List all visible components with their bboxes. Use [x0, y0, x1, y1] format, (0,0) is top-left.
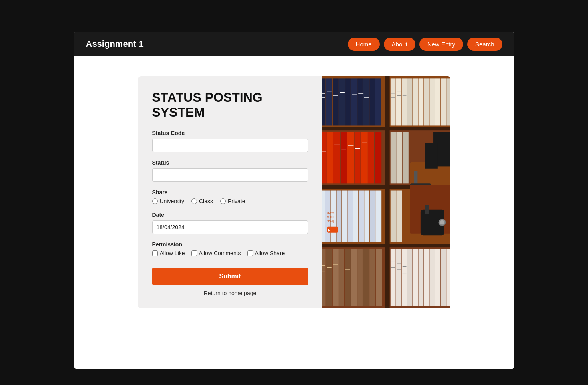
- svg-rect-17: [369, 78, 375, 125]
- svg-rect-64: [397, 132, 402, 184]
- app-window: Assignment 1 Home About New Entry Search…: [74, 32, 514, 369]
- share-private-radio[interactable]: [220, 198, 226, 204]
- about-button[interactable]: About: [384, 38, 415, 51]
- search-button[interactable]: Search: [467, 38, 502, 51]
- svg-rect-101: [351, 249, 357, 306]
- svg-rect-11: [332, 78, 338, 125]
- svg-rect-78: [353, 191, 358, 242]
- svg-rect-10: [326, 78, 332, 125]
- svg-rect-113: [401, 249, 407, 306]
- share-radio-group: University Class Private: [152, 198, 308, 204]
- svg-rect-99: [339, 249, 344, 306]
- svg-rect-65: [402, 132, 408, 184]
- svg-rect-116: [418, 249, 423, 306]
- date-label: Date: [152, 212, 308, 218]
- svg-text:▶: ▶: [328, 228, 331, 232]
- share-class-label: Class: [199, 198, 213, 204]
- date-group: Date: [152, 212, 308, 234]
- date-input[interactable]: [152, 220, 308, 234]
- allow-comments-checkbox[interactable]: [191, 250, 197, 256]
- share-class-radio[interactable]: [191, 198, 197, 204]
- new-entry-button[interactable]: New Entry: [419, 38, 463, 51]
- share-university-radio[interactable]: [152, 198, 158, 204]
- allow-share-checkbox[interactable]: [247, 250, 253, 256]
- share-university-option[interactable]: University: [152, 198, 184, 204]
- svg-rect-30: [407, 78, 412, 125]
- status-input[interactable]: [152, 168, 308, 182]
- svg-text:500円: 500円: [327, 216, 334, 218]
- svg-rect-32: [418, 78, 423, 125]
- svg-rect-80: [364, 191, 369, 242]
- svg-rect-35: [435, 78, 440, 125]
- allow-share-option[interactable]: Allow Share: [247, 250, 285, 256]
- svg-rect-112: [396, 249, 401, 306]
- svg-rect-33: [424, 78, 429, 125]
- share-private-option[interactable]: Private: [220, 198, 245, 204]
- svg-rect-114: [407, 249, 412, 306]
- svg-rect-51: [361, 132, 367, 184]
- svg-rect-13: [345, 78, 351, 125]
- svg-rect-96: [322, 249, 326, 306]
- home-button[interactable]: Home: [348, 38, 380, 51]
- svg-rect-104: [369, 249, 375, 306]
- svg-rect-90: [397, 191, 402, 242]
- svg-rect-12: [339, 78, 345, 125]
- svg-rect-120: [441, 249, 446, 306]
- permission-label: Permission: [152, 241, 308, 248]
- svg-text:800円: 800円: [327, 211, 334, 214]
- svg-rect-82: [375, 191, 381, 242]
- form-left: STATUS POSTING SYSTEM Status Code Status…: [138, 76, 322, 308]
- svg-rect-48: [341, 132, 347, 184]
- svg-rect-45: [322, 132, 327, 184]
- share-university-label: University: [160, 198, 184, 204]
- svg-rect-98: [332, 249, 338, 306]
- svg-rect-79: [359, 191, 364, 242]
- permission-group: Permission Allow Like Allow Comments: [152, 241, 308, 256]
- svg-rect-118: [429, 249, 435, 306]
- svg-rect-115: [413, 249, 418, 306]
- allow-like-checkbox[interactable]: [152, 250, 158, 256]
- svg-rect-102: [357, 249, 363, 306]
- svg-rect-100: [344, 249, 350, 306]
- svg-rect-34: [429, 78, 435, 125]
- svg-rect-53: [375, 132, 381, 184]
- status-code-label: Status Code: [152, 130, 308, 136]
- svg-rect-117: [424, 249, 429, 306]
- bookshelf-image: の見方 800円 500円 200円 ▶: [322, 76, 450, 308]
- svg-rect-76: [342, 191, 347, 242]
- navbar: Assignment 1 Home About New Entry Search: [74, 32, 514, 56]
- svg-rect-93: [425, 205, 429, 214]
- status-code-input[interactable]: [152, 139, 308, 152]
- svg-rect-8: [385, 76, 389, 308]
- svg-rect-37: [446, 78, 450, 125]
- allow-like-label: Allow Like: [160, 250, 185, 256]
- allow-share-label: Allow Share: [255, 250, 285, 256]
- navbar-links: Home About New Entry Search: [348, 38, 502, 51]
- status-label: Status: [152, 159, 308, 166]
- svg-rect-36: [441, 78, 446, 125]
- svg-point-95: [440, 220, 444, 225]
- svg-rect-28: [396, 78, 401, 125]
- svg-rect-77: [347, 191, 353, 242]
- allow-like-option[interactable]: Allow Like: [152, 250, 185, 256]
- brand-title: Assignment 1: [86, 39, 144, 49]
- svg-rect-103: [363, 249, 369, 306]
- page-content: STATUS POSTING SYSTEM Status Code Status…: [74, 56, 514, 369]
- svg-rect-16: [363, 78, 369, 125]
- submit-button[interactable]: Submit: [152, 268, 308, 285]
- allow-comments-label: Allow Comments: [199, 250, 241, 256]
- svg-rect-15: [357, 78, 363, 125]
- svg-rect-121: [446, 249, 450, 306]
- svg-rect-119: [435, 249, 440, 306]
- svg-rect-52: [368, 132, 374, 184]
- svg-rect-27: [390, 78, 395, 125]
- svg-rect-9: [322, 78, 326, 125]
- svg-rect-31: [413, 78, 418, 125]
- svg-rect-14: [351, 78, 357, 125]
- svg-rect-72: [322, 191, 325, 242]
- svg-rect-89: [390, 191, 396, 242]
- svg-rect-111: [390, 249, 395, 306]
- allow-comments-option[interactable]: Allow Comments: [191, 250, 241, 256]
- return-link[interactable]: Return to home page: [152, 290, 308, 296]
- share-class-option[interactable]: Class: [191, 198, 213, 204]
